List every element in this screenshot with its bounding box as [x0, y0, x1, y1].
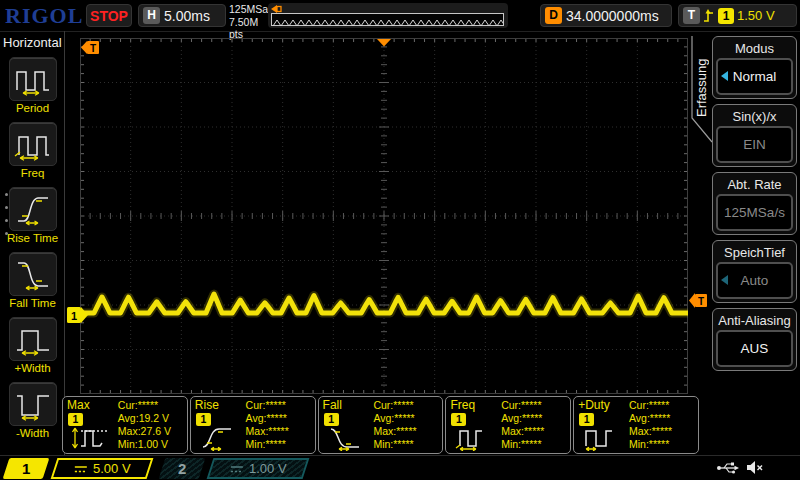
measurement-row: Min:***** [373, 438, 439, 451]
measurement-row: Min:***** [246, 438, 312, 451]
waveform-preview-bar[interactable] [268, 3, 508, 28]
measurement-panel-freq[interactable]: Freq1Cur:*****Avg:*****Max:*****Min:****… [445, 396, 571, 454]
measurement-row: Min:***** [501, 438, 567, 451]
measurement-row: Cur:***** [246, 399, 312, 412]
horizontal-badge: H [143, 7, 160, 24]
measurement-row: Avg:***** [373, 412, 439, 425]
selector-arrow-icon [721, 71, 728, 81]
menu-scroll-dots [5, 193, 8, 245]
fall-time-icon [325, 425, 369, 455]
delay-box[interactable]: D 34.0000000ms [540, 4, 672, 27]
measurement-name: +Duty [578, 398, 610, 412]
trigger-level-marker[interactable]: T [689, 293, 708, 308]
menu-item-label: +Width [0, 362, 65, 374]
softkey-sin-x-x[interactable]: Sin(x)/xEIN [712, 104, 797, 167]
menu-item-freq[interactable]: Freq [0, 122, 65, 185]
neg-width-icon [9, 382, 57, 426]
measurement-bar: Max1Cur:*****Avg:19.2 VMax:27.6 VMin:1.0… [62, 396, 699, 454]
delay-badge: D [545, 7, 562, 24]
speaker-muted-icon [746, 460, 764, 475]
svg-text:T: T [698, 296, 704, 307]
dc-coupling-icon [230, 464, 244, 474]
softkey-modus[interactable]: ModusNormal [712, 36, 797, 99]
softkey-anti-aliasing[interactable]: Anti-AliasingAUS [712, 308, 797, 371]
timebase-value: 5.00ms [164, 8, 210, 24]
measurement-panel-max[interactable]: Max1Cur:*****Avg:19.2 VMax:27.6 VMin:1.0… [62, 396, 188, 454]
rise-time-icon [9, 187, 57, 231]
svg-text:1: 1 [71, 310, 77, 322]
menu-item-fall-time[interactable]: Fall Time [0, 252, 65, 315]
channel-2-badge[interactable]: 2 [159, 458, 206, 479]
delay-value: 34.0000000ms [566, 8, 659, 24]
trigger-delay-marker[interactable] [376, 38, 392, 47]
measurement-row: Avg:***** [246, 412, 312, 425]
measurement-row: Cur:***** [629, 399, 695, 412]
channel-1-scale[interactable]: 5.00 V [51, 458, 154, 479]
menu-item-width[interactable]: +Width [0, 317, 65, 380]
measurement-row: Min:1.00 V [118, 438, 184, 451]
trigger-box[interactable]: T 1 1.50 V [678, 4, 797, 27]
top-bar: RIGOL STOP H 5.00ms 125MSa/s 7.50M pts D… [0, 0, 800, 32]
softkey-value: AUS [716, 330, 793, 367]
softkey-value: Normal [716, 58, 793, 95]
channel-1-badge[interactable]: 1 [3, 458, 50, 479]
measurement-row: Avg:***** [629, 412, 695, 425]
measurement-name: Fall [323, 398, 342, 412]
pos-width-icon [9, 317, 57, 361]
softkey-abt-rate[interactable]: Abt. Rate125MSa/s [712, 172, 797, 235]
pos-duty-icon [580, 425, 624, 455]
measurement-row: Cur:***** [118, 399, 184, 412]
menu-item-label: Rise Time [0, 232, 65, 244]
graticule [80, 38, 688, 394]
period-icon [9, 57, 57, 101]
measurement-panel-rise[interactable]: Rise1Cur:*****Avg:*****Max:*****Min:****… [190, 396, 316, 454]
rigol-logo: RIGOL [5, 3, 83, 29]
softkey-speichtief[interactable]: SpeichTiefAuto [712, 240, 797, 303]
trigger-badge: T [683, 7, 700, 24]
left-menu-title: Horizontal [0, 31, 64, 50]
run-state-indicator[interactable]: STOP [86, 4, 132, 27]
trigger-level-value: 1.50 V [737, 8, 775, 23]
fall-time-icon [9, 252, 57, 296]
svg-text:T: T [90, 43, 96, 54]
channel-bar: 1 5.00 V 2 1.00 V [0, 455, 800, 480]
ch1-ground-marker[interactable]: 1 [67, 307, 88, 323]
preview-left-arrow-icon [271, 5, 282, 13]
preview-waveform [272, 17, 503, 28]
softkey-value: 125MSa/s [716, 194, 793, 231]
softkey-value: Auto [716, 262, 793, 299]
menu-item-label: Period [0, 102, 65, 114]
rising-edge-icon [703, 8, 715, 24]
dc-coupling-icon [74, 464, 88, 474]
oscilloscope-screen: RIGOL STOP H 5.00ms 125MSa/s 7.50M pts D… [0, 0, 800, 480]
rise-time-icon [197, 425, 241, 455]
measurement-name: Max [67, 398, 90, 412]
usb-icon [716, 460, 740, 475]
menu-item-period[interactable]: Period [0, 57, 65, 120]
measurement-panel-fall[interactable]: Fall1Cur:*****Avg:*****Max:*****Min:****… [318, 396, 444, 454]
freq-icon [452, 425, 496, 455]
trigger-position-marker[interactable]: T [81, 40, 100, 55]
menu-item-label: -Width [0, 427, 65, 439]
softkey-label: Anti-Aliasing [716, 311, 793, 330]
measurement-row: Max:***** [373, 425, 439, 438]
menu-item-rise-time[interactable]: Rise Time [0, 187, 65, 250]
measurement-row: Max:***** [501, 425, 567, 438]
vmax-icon [69, 425, 113, 455]
menu-item-width[interactable]: -Width [0, 382, 65, 445]
measurement-name: Freq [450, 398, 475, 412]
softkey-label: SpeichTief [716, 243, 793, 262]
measurement-row: Cur:***** [501, 399, 567, 412]
freq-icon [9, 122, 57, 166]
channel-2-scale[interactable]: 1.00 V [207, 458, 310, 479]
right-menu: ModusNormalSin(x)/xEINAbt. Rate125MSa/sS… [712, 36, 797, 376]
softkey-label: Sin(x)/x [716, 107, 793, 126]
softkey-value: EIN [716, 126, 793, 163]
left-menu: Horizontal PeriodFreqRise TimeFall Time+… [0, 31, 65, 455]
menu-item-label: Freq [0, 167, 65, 179]
horizontal-scale-box[interactable]: H 5.00ms [138, 4, 226, 27]
softkey-label: Abt. Rate [716, 175, 793, 194]
selector-arrow-icon [721, 275, 728, 285]
measurement-panel-duty[interactable]: +Duty1Cur:*****Avg:*****Max:*****Min:***… [573, 396, 699, 454]
measurement-row: Min:***** [629, 438, 695, 451]
